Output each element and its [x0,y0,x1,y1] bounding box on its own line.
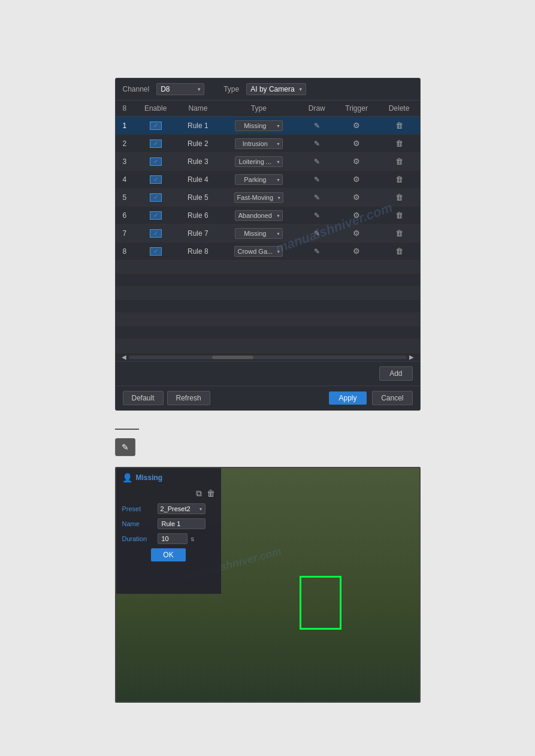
table-row[interactable]: 5 Rule 5 Fast-Moving ✎ ⚙ 🗑 [116,189,420,207]
detection-box [300,576,341,630]
apply-button[interactable]: Apply [329,391,366,405]
footer-right-buttons: Apply Cancel [329,391,412,405]
row-type[interactable]: Crowd Ga... [219,242,299,260]
delete-icon[interactable]: 🗑 [207,488,215,499]
type-dropdown[interactable]: AI by Camera [246,83,306,95]
row-num: 5 [116,189,134,207]
row-enable[interactable] [134,153,177,171]
row-trigger[interactable]: ⚙ [335,207,379,224]
row-delete[interactable]: 🗑 [379,224,420,242]
row-draw[interactable]: ✎ [299,189,335,207]
row-draw[interactable]: ✎ [299,207,335,224]
channel-dropdown[interactable]: D8 [156,83,204,95]
scroll-thumb[interactable] [212,356,254,359]
horizontal-scrollbar[interactable]: ◀ ▶ [116,353,420,361]
add-button[interactable]: Add [379,366,412,381]
row-name: Rule 1 [177,117,219,135]
row-draw[interactable]: ✎ [299,117,335,135]
row-type[interactable]: Abandoned [219,207,299,224]
row-num: 2 [116,135,134,153]
row-enable[interactable] [134,189,177,207]
table-row[interactable]: 7 Rule 7 Missing ✎ ⚙ 🗑 [116,224,420,242]
row-name: Rule 4 [177,171,219,189]
row-trigger[interactable]: ⚙ [335,189,379,207]
row-delete[interactable]: 🗑 [379,117,420,135]
row-name: Rule 6 [177,207,219,224]
camera-overlay-dialog: 👤 Missing ⧉ 🗑 Preset 2_Preset2 Name [116,468,221,594]
row-trigger[interactable]: ⚙ [335,153,379,171]
preset-label: Preset [122,505,155,512]
col-draw: Draw [299,101,335,117]
col-num: 8 [116,101,134,117]
table-row-empty [116,339,420,353]
scroll-right-arrow[interactable]: ▶ [407,354,416,360]
row-type[interactable]: Intrusion [219,135,299,153]
table-row-empty [116,287,420,300]
row-type[interactable]: Loitering ... [219,153,299,171]
row-draw[interactable]: ✎ [299,242,335,260]
row-draw[interactable]: ✎ [299,135,335,153]
row-delete[interactable]: 🗑 [379,207,420,224]
table-row-empty [116,313,420,326]
row-enable[interactable] [134,224,177,242]
pencil-draw-button[interactable]: ✎ [115,438,135,456]
table-row[interactable]: 2 Rule 2 Intrusion ✎ ⚙ 🗑 [116,135,420,153]
middle-section: ✎ [115,429,421,456]
row-draw[interactable]: ✎ [299,153,335,171]
table-row[interactable]: 8 Rule 8 Crowd Ga... ✎ ⚙ 🗑 [116,242,420,260]
row-enable[interactable] [134,171,177,189]
cancel-button[interactable]: Cancel [372,391,412,405]
default-button[interactable]: Default [123,391,164,405]
ok-button[interactable]: OK [151,548,185,561]
scroll-track[interactable] [129,356,407,359]
row-type[interactable]: Missing [219,224,299,242]
duration-unit: s [191,535,195,542]
row-num: 3 [116,153,134,171]
pencil-icon: ✎ [122,442,129,452]
row-trigger[interactable]: ⚙ [335,117,379,135]
row-delete[interactable]: 🗑 [379,189,420,207]
missing-icon: 👤 [122,473,132,482]
dialog-header: Channel D8 Type AI by Camera [116,78,420,101]
table-row[interactable]: 1 Rule 1 Missing ✎ ⚙ 🗑 [116,117,420,135]
row-delete[interactable]: 🗑 [379,153,420,171]
row-num: 6 [116,207,134,224]
row-enable[interactable] [134,117,177,135]
add-button-row: Add [116,361,420,385]
duration-label: Duration [122,535,155,542]
name-input[interactable] [158,518,205,529]
row-delete[interactable]: 🗑 [379,135,420,153]
duration-input[interactable] [158,533,188,544]
table-row-empty [116,300,420,313]
col-type: Type [219,101,299,117]
type-label: Type [223,85,239,93]
copy-icon[interactable]: ⧉ [196,488,202,499]
row-trigger[interactable]: ⚙ [335,224,379,242]
row-trigger[interactable]: ⚙ [335,242,379,260]
table-row[interactable]: 3 Rule 3 Loitering ... ✎ ⚙ 🗑 [116,153,420,171]
row-draw[interactable]: ✎ [299,224,335,242]
table-row[interactable]: 4 Rule 4 Parking ✎ ⚙ 🗑 [116,171,420,189]
scroll-left-arrow[interactable]: ◀ [119,354,129,360]
preset-select[interactable]: 2_Preset2 [158,503,205,514]
divider-line [115,429,139,430]
table-row[interactable]: 6 Rule 6 Abandoned ✎ ⚙ 🗑 [116,207,420,224]
row-draw[interactable]: ✎ [299,171,335,189]
row-delete[interactable]: 🗑 [379,171,420,189]
row-type[interactable]: Missing [219,117,299,135]
row-trigger[interactable]: ⚙ [335,135,379,153]
row-trigger[interactable]: ⚙ [335,171,379,189]
row-num: 8 [116,242,134,260]
row-enable[interactable] [134,242,177,260]
row-num: 1 [116,117,134,135]
table-row-empty [116,326,420,339]
row-enable[interactable] [134,207,177,224]
row-num: 7 [116,224,134,242]
duration-field-row: Duration s [122,533,215,544]
row-enable[interactable] [134,135,177,153]
refresh-button[interactable]: Refresh [167,391,210,405]
row-type[interactable]: Parking [219,171,299,189]
row-type[interactable]: Fast-Moving [219,189,299,207]
col-name: Name [177,101,219,117]
row-delete[interactable]: 🗑 [379,242,420,260]
